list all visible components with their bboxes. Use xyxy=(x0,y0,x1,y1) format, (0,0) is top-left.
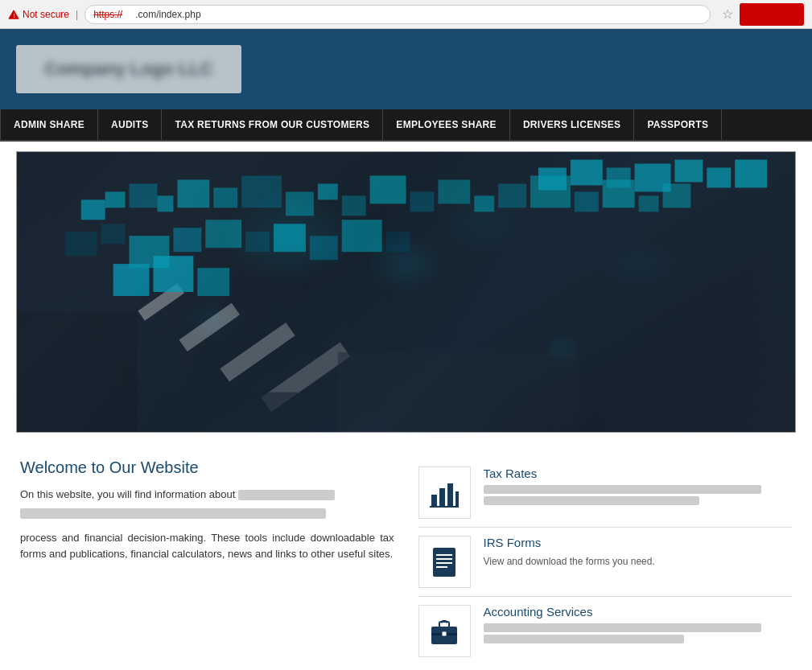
url-suffix: .com/index.php xyxy=(135,9,200,20)
svg-rect-36 xyxy=(538,167,567,190)
svg-rect-3 xyxy=(105,191,126,208)
welcome-title: Welcome to Our Website xyxy=(20,458,394,477)
right-column: Tax Rates IRS Forms View and download th… xyxy=(418,458,793,665)
accounting-desc-blurred-2 xyxy=(484,635,684,643)
nav-admin-share[interactable]: ADMIN SHARE xyxy=(0,109,98,140)
logo-text: Company Logo LLC xyxy=(45,59,213,80)
svg-rect-4 xyxy=(130,183,158,208)
tax-rates-info: Tax Rates xyxy=(484,467,793,508)
svg-rect-48 xyxy=(197,268,229,296)
main-nav: ADMIN SHARE AUDITS TAX RETURNS FROM OUR … xyxy=(0,109,812,142)
svg-rect-6 xyxy=(177,179,209,208)
accounting-desc-blurred-1 xyxy=(484,623,761,632)
svg-rect-37 xyxy=(571,160,603,186)
tax-rates-desc-blurred-1 xyxy=(484,485,761,494)
svg-rect-57 xyxy=(436,562,452,564)
irs-forms-icon-box xyxy=(418,536,471,588)
svg-rect-44 xyxy=(138,393,298,432)
svg-rect-15 xyxy=(474,195,494,212)
svg-rect-61 xyxy=(442,631,447,636)
not-secure-label: Not secure xyxy=(23,9,69,20)
svg-rect-55 xyxy=(436,554,452,556)
left-column: Welcome to Our Website On this website, … xyxy=(20,458,394,665)
svg-rect-25 xyxy=(173,228,201,252)
address-bar[interactable]: https:// .com/index.php xyxy=(84,5,711,24)
warning-icon: ! xyxy=(8,9,19,20)
service-tax-rates: Tax Rates xyxy=(418,458,793,528)
irs-forms-title[interactable]: IRS Forms xyxy=(484,536,793,549)
svg-rect-5 xyxy=(157,195,173,212)
svg-rect-47 xyxy=(153,256,193,292)
bar-chart-icon xyxy=(428,477,460,509)
accounting-info: Accounting Services xyxy=(484,605,793,646)
svg-rect-40 xyxy=(674,160,703,183)
svg-rect-10 xyxy=(318,183,338,199)
welcome-middle: process and financial decision-making. T… xyxy=(20,530,394,564)
main-content: Welcome to Our Website On this website, … xyxy=(0,442,812,670)
intro-text: On this website, you will find informati… xyxy=(20,488,235,500)
svg-rect-9 xyxy=(286,191,314,216)
nav-tax-returns[interactable]: TAX RETURNS FROM OUR CUSTOMERS xyxy=(162,109,383,140)
accounting-icon-box xyxy=(418,605,471,657)
svg-rect-8 xyxy=(241,175,282,208)
svg-rect-7 xyxy=(213,187,237,208)
bookmark-icon[interactable]: ☆ xyxy=(722,6,733,22)
separator: | xyxy=(76,9,78,20)
svg-rect-51 xyxy=(447,483,453,506)
svg-text:!: ! xyxy=(14,13,15,18)
svg-rect-18 xyxy=(575,191,599,212)
blurred-intro-2 xyxy=(20,508,326,519)
nav-audits[interactable]: AUDITS xyxy=(98,109,162,140)
svg-rect-20 xyxy=(639,195,659,212)
svg-rect-12 xyxy=(370,175,406,203)
svg-rect-52 xyxy=(455,491,459,506)
svg-rect-39 xyxy=(635,163,671,191)
svg-rect-30 xyxy=(342,220,382,252)
service-irs-forms: IRS Forms View and download the forms yo… xyxy=(418,528,793,597)
svg-rect-14 xyxy=(438,179,470,203)
svg-rect-43 xyxy=(17,312,138,432)
svg-rect-2 xyxy=(81,199,105,220)
svg-rect-56 xyxy=(436,558,452,560)
blurred-intro-1 xyxy=(238,490,335,500)
svg-rect-58 xyxy=(436,566,447,568)
svg-rect-38 xyxy=(607,167,631,187)
service-accounting: Accounting Services xyxy=(418,597,793,665)
svg-rect-23 xyxy=(101,224,126,244)
accounting-title[interactable]: Accounting Services xyxy=(484,605,793,619)
not-secure-indicator: ! Not secure xyxy=(8,9,69,20)
briefcase-icon xyxy=(428,615,460,647)
tax-rates-title[interactable]: Tax Rates xyxy=(484,467,793,480)
irs-forms-info: IRS Forms View and download the forms yo… xyxy=(484,536,793,569)
svg-rect-31 xyxy=(386,232,410,252)
svg-rect-22 xyxy=(65,232,97,256)
nav-employees-share[interactable]: EMPLOYEES SHARE xyxy=(383,109,510,140)
site-header: Company Logo LLC xyxy=(0,29,812,109)
svg-rect-46 xyxy=(113,264,150,296)
svg-rect-13 xyxy=(410,191,434,212)
hero-image xyxy=(16,151,796,433)
svg-rect-42 xyxy=(735,160,767,188)
welcome-intro: On this website, you will find informati… xyxy=(20,487,394,520)
svg-rect-16 xyxy=(498,183,526,208)
svg-rect-50 xyxy=(439,488,445,506)
browser-chrome: ! Not secure | https:// .com/index.php ☆ xyxy=(0,0,812,29)
profile-area xyxy=(740,3,804,26)
https-text: https:// xyxy=(93,9,122,20)
nav-passports[interactable]: PASSPORTS xyxy=(634,109,722,140)
svg-rect-28 xyxy=(274,224,306,252)
svg-rect-26 xyxy=(205,220,241,248)
tax-rates-desc-blurred-2 xyxy=(484,496,699,505)
irs-forms-desc: View and download the forms you need. xyxy=(484,554,793,569)
nav-drivers-licenses[interactable]: DRIVERS LICENSES xyxy=(510,109,635,140)
svg-rect-45 xyxy=(338,352,579,432)
svg-rect-49 xyxy=(431,495,437,506)
svg-rect-11 xyxy=(342,195,366,216)
hero-svg xyxy=(17,152,795,432)
svg-rect-53 xyxy=(430,506,459,508)
tax-rates-icon-box xyxy=(418,467,471,519)
site-logo: Company Logo LLC xyxy=(16,45,241,93)
svg-rect-41 xyxy=(707,167,731,187)
svg-rect-27 xyxy=(245,232,270,252)
svg-rect-29 xyxy=(310,236,338,260)
